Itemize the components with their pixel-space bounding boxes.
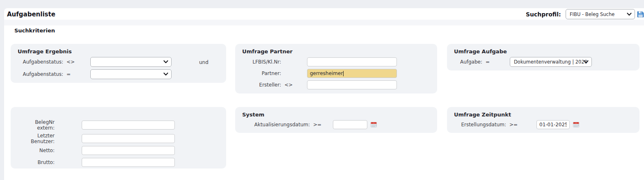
panel-title: System xyxy=(242,112,264,118)
lfbis-klnr-input[interactable] xyxy=(307,57,397,66)
form-row: Erstellungsdatum: >= xyxy=(454,120,635,130)
form-row: Aufgabe: = Dokumentenverwaltung | 2020 xyxy=(454,57,635,67)
field-label: Netto: xyxy=(18,148,55,153)
chevron-down-icon xyxy=(584,60,589,64)
field-label: BelegNr extern: xyxy=(18,119,55,131)
field-label: LFBIS/Kl.Nr: xyxy=(242,59,281,65)
connector-label: und xyxy=(199,59,209,65)
form-row: BelegNr extern: xyxy=(18,120,222,130)
operator: >= xyxy=(506,122,536,128)
floppy-disk-icon xyxy=(637,11,644,18)
selected-value: Dokumentenverwaltung | 2020 xyxy=(514,59,587,65)
brutto-input[interactable] xyxy=(82,158,175,167)
netto-input[interactable] xyxy=(82,146,175,155)
panel-title: Umfrage Aufgabe xyxy=(454,48,507,55)
aufgabenstatus-equal-select[interactable] xyxy=(90,69,172,79)
field-label: Aufgabe: xyxy=(454,59,482,65)
partner-input-value: gerresheimer xyxy=(310,71,343,76)
field-label: Aufgabenstatus: xyxy=(18,71,63,77)
form-row: Netto: xyxy=(18,146,222,155)
header-separator-band xyxy=(4,20,644,25)
chevron-down-icon xyxy=(627,13,632,16)
panel-umfrage-zeitpunkt: Umfrage Zeitpunkt Erstellungsdatum: >= xyxy=(447,107,639,133)
panel-umfrage-ergebnis: Umfrage Ergebnis Aufgabenstatus: <> Aufg… xyxy=(11,44,226,83)
suchprofil-select[interactable]: FIBU - Beleg Suche xyxy=(566,9,635,19)
field-label: Aktualisierungsdatum: xyxy=(242,122,310,128)
field-label: Brutto: xyxy=(18,159,55,165)
field-label: Erstellungsdatum: xyxy=(454,122,506,128)
text-caret xyxy=(343,71,344,76)
suchprofil-label: Suchprofil: xyxy=(526,11,561,18)
form-row: Ersteller: <> xyxy=(242,80,433,90)
aufgabenliste-page: Aufgabenliste Suchprofil: FIBU - Beleg S… xyxy=(0,0,644,180)
field-label: Aufgabenstatus: xyxy=(18,59,63,65)
panel-umfrage-aufgabe: Umfrage Aufgabe Aufgabe: = Dokumentenver… xyxy=(447,44,639,71)
page-title: Aufgabenliste xyxy=(7,11,55,18)
belegnr-extern-input[interactable] xyxy=(82,121,175,130)
calendar-icon[interactable] xyxy=(573,122,579,128)
panel-title: Umfrage Ergebnis xyxy=(18,48,72,55)
form-row: Aufgabenstatus: <> xyxy=(18,57,222,67)
ersteller-input[interactable] xyxy=(307,80,397,89)
operator: = xyxy=(63,71,90,77)
form-row: Brutto: xyxy=(18,157,222,167)
form-row: LFBIS/Kl.Nr: xyxy=(242,57,433,67)
aktualisierungsdatum-input[interactable] xyxy=(333,120,367,129)
save-suchprofil-button[interactable] xyxy=(637,11,644,18)
partner-input[interactable]: gerresheimer xyxy=(307,69,397,78)
form-row: Aktualisierungsdatum: >= xyxy=(242,120,433,130)
panel-system: System Aktualisierungsdatum: >= xyxy=(235,107,437,133)
operator: <> xyxy=(281,82,307,88)
field-label: Ersteller: xyxy=(242,82,281,88)
field-label: Partner: xyxy=(242,71,281,76)
section-title: Suchkriterien xyxy=(14,27,55,34)
panel-title: Umfrage Zeitpunkt xyxy=(454,112,511,118)
panel-title: Umfrage Partner xyxy=(242,48,293,55)
field-label: Letzter Benutzer: xyxy=(18,133,55,144)
calendar-icon[interactable] xyxy=(371,122,377,128)
aufgabenstatus-not-equal-select[interactable] xyxy=(90,57,172,67)
chevron-down-icon xyxy=(163,60,168,64)
operator: = xyxy=(482,59,510,65)
form-row: Aufgabenstatus: = xyxy=(18,69,222,79)
aufgabe-select[interactable]: Dokumentenverwaltung | 2020 xyxy=(510,57,592,67)
operator: <> xyxy=(63,59,90,65)
form-row: Partner: gerresheimer xyxy=(242,68,433,78)
chevron-down-icon xyxy=(163,73,168,76)
letzter-benutzer-input[interactable] xyxy=(82,134,175,143)
erstellungsdatum-input[interactable] xyxy=(536,120,570,129)
panel-beleg-felder: BelegNr extern: Letzter Benutzer: Netto:… xyxy=(11,107,226,169)
panel-umfrage-partner: Umfrage Partner LFBIS/Kl.Nr: Partner: ge… xyxy=(235,44,437,93)
operator: >= xyxy=(310,122,333,128)
form-row: Letzter Benutzer: xyxy=(18,134,222,144)
suchprofil-selected-value: FIBU - Beleg Suche xyxy=(570,11,614,17)
